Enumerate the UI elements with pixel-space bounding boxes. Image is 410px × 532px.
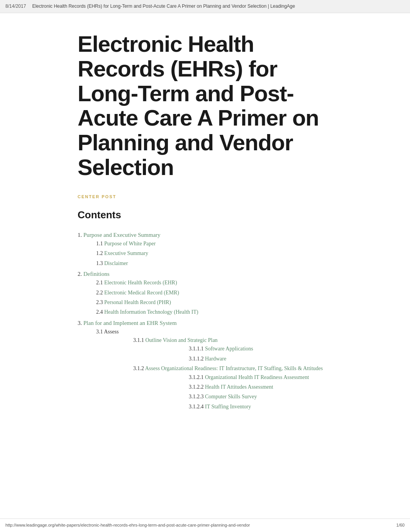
toc-item-3-1: 3.1 Assess 3.1.1 Outline Vision and Stra… [78,328,332,411]
page-title: Electronic Health Records (EHRs) for Lon… [78,32,332,180]
toc-item-2-1: 2.1 Electronic Health Records (EHR) [78,279,332,287]
browser-date: 8/14/2017 [5,3,26,10]
toc-link-3[interactable]: Plan for and Implement an EHR System [83,320,177,326]
toc-link-3-1-2-3[interactable]: Computer Skills Survey [205,394,257,399]
toc-number-2-1: 2.1 [96,280,104,286]
toc-item-3-1-2-3: 3.1.2.3 Computer Skills Survey [133,393,332,401]
toc-link-3-1-2[interactable]: Assess Organizational Readiness: IT Infr… [145,365,323,371]
browser-bar: 8/14/2017 Electronic Health Records (EHR… [0,0,410,13]
toc-link-3-1-1-2[interactable]: Hardware [205,356,226,362]
toc-number-1: 1. [78,232,83,238]
toc-item-3-1-2-1: 3.1.2.1 Organizational Health IT Readine… [133,373,332,382]
toc-number-3-1-2-3: 3.1.2.3 [189,394,205,399]
browser-title: Electronic Health Records (EHRs) for Lon… [32,3,405,10]
toc-number-3-1-1-2: 3.1.1.2 [189,356,205,362]
toc-number-1-2: 1.2 [96,250,104,256]
toc-item-3-1-2-2: 3.1.2.2 Health IT Attitudes Assessment [133,383,332,391]
toc-item-1-2: 1.2 Executive Summary [78,249,332,258]
toc-item-3-1-2-4: 3.1.2.4 IT Staffing Inventory [133,403,332,411]
table-of-contents: 1. Purpose and Executive Summary 1.1 Pur… [78,230,332,411]
toc-sub-3-1: 3.1.1 Outline Vision and Strategic Plan … [96,336,332,411]
toc-number-2-3: 2.3 [96,299,104,305]
toc-sub-3: 3.1 Assess 3.1.1 Outline Vision and Stra… [78,328,332,411]
page-content: Electronic Health Records (EHRs) for Lon… [54,13,356,436]
toc-link-1-1[interactable]: Purpose of White Paper [104,241,156,246]
toc-item-1-3: 1.3 Disclaimer [78,259,332,268]
toc-link-3-1-2-4[interactable]: IT Staffing Inventory [205,404,251,410]
toc-number-3-1: 3.1 [96,329,104,335]
toc-label-3-1: Assess [104,329,119,335]
toc-number-3-1-1-1: 3.1.1.1 [189,346,205,352]
toc-link-3-1-2-1[interactable]: Organizational Health IT Readiness Asses… [205,374,309,380]
toc-item-3-1-2: 3.1.2 Assess Organizational Readiness: I… [96,364,332,411]
toc-item-2-2: 2.2 Electronic Medical Record (EMR) [78,289,332,297]
toc-link-3-1-1[interactable]: Outline Vision and Strategic Plan [146,337,218,343]
toc-number-3-1-2-4: 3.1.2.4 [189,404,205,410]
toc-link-1-3[interactable]: Disclaimer [104,260,128,266]
toc-link-1-2[interactable]: Executive Summary [104,250,148,256]
toc-sub-1: 1.1 Purpose of White Paper 1.2 Executive… [78,240,332,268]
toc-link-1[interactable]: Purpose and Executive Summary [83,232,161,238]
toc-link-2-4[interactable]: Health Information Technology (Health IT… [104,309,198,315]
toc-item-3-1-1-2: 3.1.1.2 Hardware [133,355,332,363]
category-label: CENTER POST [78,194,332,201]
toc-number-3-1-2: 3.1.2 [133,365,145,371]
toc-item-1-1: 1.1 Purpose of White Paper [78,240,332,248]
toc-number-3-1-1: 3.1.1 [133,337,146,343]
toc-number-2: 2. [78,271,83,277]
toc-item-2: 2. Definitions 2.1 Electronic Health Rec… [78,269,332,317]
toc-number-3-1-2-1: 3.1.2.1 [189,374,205,380]
toc-item-3: 3. Plan for and Implement an EHR System … [78,318,332,411]
toc-item-3-1-1-1: 3.1.1.1 Software Applications [133,345,332,353]
toc-item-2-4: 2.4 Health Information Technology (Healt… [78,308,332,316]
toc-item-2-3: 2.3 Personal Health Record (PHR) [78,298,332,307]
toc-link-3-1-1-1[interactable]: Software Applications [205,346,253,352]
toc-number-2-4: 2.4 [96,309,104,315]
contents-heading: Contents [78,207,332,223]
toc-item-1: 1. Purpose and Executive Summary 1.1 Pur… [78,230,332,268]
toc-number-1-3: 1.3 [96,260,104,266]
toc-number-1-1: 1.1 [96,241,104,246]
toc-sub-3-1-1: 3.1.1.1 Software Applications 3.1.1.2 Ha… [133,345,332,363]
toc-item-3-1-1: 3.1.1 Outline Vision and Strategic Plan … [96,336,332,363]
toc-link-3-1-2-2[interactable]: Health IT Attitudes Assessment [205,384,273,390]
toc-link-2-1[interactable]: Electronic Health Records (EHR) [104,280,177,286]
toc-link-2-2[interactable]: Electronic Medical Record (EMR) [104,290,179,296]
toc-sub-2: 2.1 Electronic Health Records (EHR) 2.2 … [78,279,332,317]
toc-link-2[interactable]: Definitions [83,271,110,277]
toc-number-2-2: 2.2 [96,290,104,296]
toc-sub-3-1-2: 3.1.2.1 Organizational Health IT Readine… [133,373,332,411]
toc-number-3: 3. [78,320,83,326]
toc-link-2-3[interactable]: Personal Health Record (PHR) [104,299,171,305]
toc-number-3-1-2-2: 3.1.2.2 [189,384,205,390]
